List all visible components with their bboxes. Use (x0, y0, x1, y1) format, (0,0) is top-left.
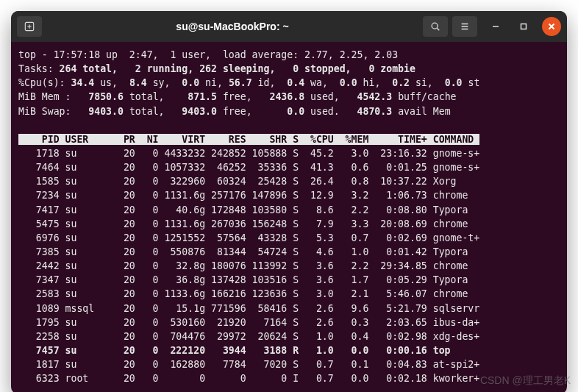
tasks-line: Tasks: 264 total, 2 running, 262 sleepin… (18, 63, 415, 74)
process-row: 7347 su 20 0 36.8g 137428 103516 S 3.6 1… (18, 274, 468, 285)
maximize-button[interactable] (514, 17, 533, 36)
search-icon (430, 21, 440, 32)
process-row: 1795 su 20 0 530160 21920 7164 S 2.6 0.3… (18, 317, 479, 328)
hamburger-icon (460, 21, 470, 32)
process-row: 1817 su 20 0 162880 7784 7020 S 0.7 0.1 … (18, 359, 479, 370)
process-row: 2258 su 20 0 704476 29972 20624 S 1.0 0.… (18, 331, 479, 342)
cpu-line: %Cpu(s): 34.4 us, 8.4 sy, 0.0 ni, 56.7 i… (18, 77, 479, 88)
titlebar: su@su-MacBookPro: ~ (11, 11, 567, 42)
menu-button[interactable] (452, 16, 477, 37)
process-row: 5475 su 20 0 1131.6g 267036 156248 S 7.9… (18, 218, 468, 229)
process-row: 2442 su 20 0 32.8g 180076 113992 S 3.6 2… (18, 260, 468, 271)
process-row: 7457 su 20 0 222120 3944 3188 R 1.0 0.0 … (18, 345, 451, 356)
close-button[interactable] (542, 17, 561, 36)
new-tab-icon (24, 21, 35, 32)
column-header: PID USER PR NI VIRT RES SHR S %CPU %MEM … (18, 134, 479, 145)
svg-rect-9 (521, 24, 527, 29)
process-row: 1585 su 20 0 322960 60324 25428 S 26.4 0… (18, 176, 456, 187)
process-row: 6323 root 20 0 0 0 0 I 0.7 0.0 0:02.18 k… (18, 373, 479, 384)
minimize-icon (492, 23, 499, 30)
minimize-button[interactable] (486, 17, 505, 36)
svg-point-3 (432, 23, 438, 29)
terminal-window: su@su-MacBookPro: ~ top - 17:57:18 up 2:… (11, 11, 567, 392)
uptime-line: top - 17:57:18 up 2:47, 1 user, load ave… (18, 49, 398, 60)
search-button[interactable] (423, 16, 448, 37)
process-row: 7385 su 20 0 550876 81344 54724 S 4.6 1.… (18, 246, 468, 257)
process-row: 7417 su 20 0 40.6g 172848 103580 S 8.6 2… (18, 204, 468, 215)
process-row: 1718 su 20 0 4433232 242852 105888 S 45.… (18, 148, 479, 159)
mem-line: MiB Mem : 7850.6 total, 871.5 free, 2436… (18, 91, 457, 102)
svg-line-4 (437, 28, 439, 30)
process-row: 7234 su 20 0 1131.6g 257176 147896 S 12.… (18, 190, 468, 201)
process-row: 2583 su 20 0 1133.6g 166216 123636 S 3.0… (18, 288, 468, 299)
maximize-icon (520, 23, 527, 30)
process-row: 6976 su 20 0 1251552 57564 43328 S 5.3 0… (18, 232, 479, 243)
swap-line: MiB Swap: 9403.0 total, 9403.0 free, 0.0… (18, 106, 451, 117)
process-row: 1089 mssql 20 0 15.1g 771596 58416 S 2.6… (18, 303, 479, 314)
terminal-body[interactable]: top - 17:57:18 up 2:47, 1 user, load ave… (11, 42, 567, 392)
window-title: su@su-MacBookPro: ~ (46, 21, 418, 32)
process-row: 7464 su 20 0 1057332 46252 35336 S 41.3 … (18, 162, 479, 173)
close-icon (548, 23, 555, 30)
new-tab-button[interactable] (17, 16, 42, 37)
